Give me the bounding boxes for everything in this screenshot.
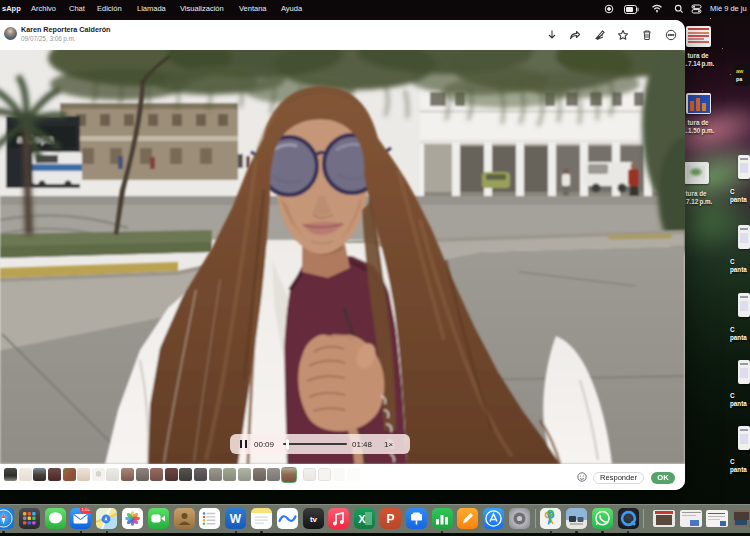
svg-text:W: W bbox=[230, 512, 242, 526]
svg-text:P: P bbox=[386, 512, 394, 526]
svg-text:tv: tv bbox=[310, 515, 318, 524]
svg-text:X: X bbox=[359, 513, 367, 525]
